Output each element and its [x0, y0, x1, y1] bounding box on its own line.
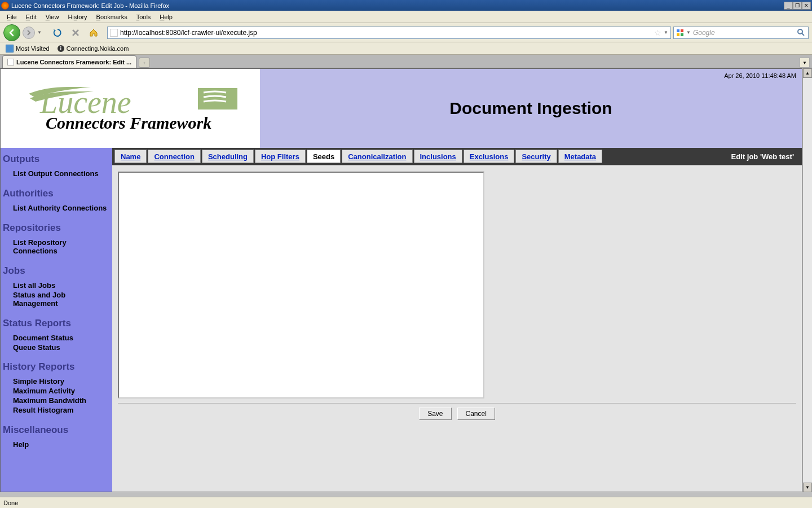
svg-rect-0: [677, 29, 679, 32]
home-button[interactable]: [89, 28, 98, 37]
arrow-left-icon: [8, 29, 16, 37]
page-title: Document Ingestion: [449, 99, 612, 118]
menu-tools[interactable]: Tools: [132, 12, 156, 21]
sidebar-heading-outputs: Outputs: [1, 150, 112, 167]
sidebar-link-result-histogram[interactable]: Result Histogram: [13, 406, 112, 415]
sidebar-link-document-status[interactable]: Document Status: [13, 334, 112, 343]
back-button[interactable]: [3, 24, 20, 41]
sidebar-link-status-and-job-management[interactable]: Status and Job Management: [13, 291, 112, 309]
tab-list-dropdown[interactable]: ▼: [800, 58, 810, 68]
menu-edit[interactable]: Edit: [21, 12, 41, 21]
browser-tab[interactable]: Lucene Connectors Framework: Edit ...: [2, 55, 136, 68]
menu-file[interactable]: File: [2, 12, 21, 21]
window-minimize-button[interactable]: _: [784, 2, 793, 10]
sidebar: Outputs List Output Connections Authorit…: [1, 148, 112, 492]
tab-security[interactable]: Security: [515, 150, 557, 163]
tab-name[interactable]: Name: [114, 150, 147, 163]
search-engine-dropdown[interactable]: ▼: [686, 30, 691, 35]
bookmark-label: Most Visited: [16, 45, 50, 52]
tab-scheduling[interactable]: Scheduling: [202, 150, 254, 163]
menu-history[interactable]: History: [63, 12, 91, 21]
sidebar-heading-jobs: Jobs: [1, 262, 112, 279]
nav-history-dropdown[interactable]: ▼: [37, 30, 43, 35]
search-submit-button[interactable]: [797, 28, 806, 37]
scroll-up-button[interactable]: ▲: [803, 68, 812, 78]
tab-inclusions[interactable]: Inclusions: [414, 150, 462, 163]
firefox-icon: [1, 2, 9, 10]
url-text[interactable]: http://localhost:8080/lcf-crawler-ui/exe…: [120, 29, 652, 37]
url-bar[interactable]: http://localhost:8080/lcf-crawler-ui/exe…: [107, 27, 671, 39]
menu-view[interactable]: View: [41, 12, 64, 21]
window-close-button[interactable]: ✕: [802, 2, 811, 10]
svg-text:Connectors Framework: Connectors Framework: [46, 113, 211, 132]
svg-rect-3: [681, 33, 683, 36]
sidebar-heading-history-reports: History Reports: [1, 358, 112, 375]
nokia-icon: i: [58, 45, 64, 52]
banner-right: Apr 26, 2010 11:48:48 AM Document Ingest…: [260, 69, 802, 148]
page-tabs: Name Connection Scheduling Hop Filters S…: [112, 148, 802, 165]
svg-point-4: [798, 29, 802, 34]
url-dropdown-icon[interactable]: ▼: [664, 30, 668, 35]
page-favicon-icon: [110, 29, 118, 37]
window-titlebar: Lucene Connectors Framework: Edit Job - …: [0, 0, 812, 11]
sidebar-link-list-repository-connections[interactable]: List Repository Connections: [13, 238, 112, 256]
cancel-button[interactable]: Cancel: [457, 408, 495, 420]
bookmarks-toolbar: Most Visited i Connecting.Nokia.com: [0, 42, 812, 55]
sidebar-link-help[interactable]: Help: [13, 440, 112, 450]
menu-help[interactable]: Help: [155, 12, 177, 21]
lucene-logo: Lucene Connectors Framework: [23, 80, 237, 137]
arrow-right-icon: [26, 30, 32, 36]
tab-metadata[interactable]: Metadata: [558, 150, 602, 163]
stop-button[interactable]: [71, 28, 80, 37]
sidebar-heading-status-reports: Status Reports: [1, 314, 112, 331]
tab-canonicalization[interactable]: Canonicalization: [342, 150, 412, 163]
search-box[interactable]: ▼ Google: [673, 27, 809, 39]
sidebar-link-queue-status[interactable]: Queue Status: [13, 343, 112, 353]
home-icon: [89, 28, 98, 37]
tab-connection[interactable]: Connection: [148, 150, 201, 163]
sidebar-link-maximum-bandwidth[interactable]: Maximum Bandwidth: [13, 396, 112, 406]
reload-icon: [53, 28, 62, 37]
status-text: Done: [3, 500, 18, 506]
tab-seeds[interactable]: Seeds: [307, 150, 341, 163]
form-area: Save Cancel: [112, 165, 802, 492]
sidebar-link-list-output-connections[interactable]: List Output Connections: [13, 169, 112, 179]
bookmark-nokia[interactable]: i Connecting.Nokia.com: [54, 44, 133, 53]
page-banner: Lucene Connectors Framework Apr 26, 2010…: [1, 69, 802, 148]
form-buttons: Save Cancel: [118, 406, 796, 424]
page-timestamp: Apr 26, 2010 11:48:48 AM: [724, 72, 796, 79]
plus-icon: ＋: [142, 60, 147, 66]
vertical-scrollbar[interactable]: ▲ ▼: [802, 68, 812, 492]
seeds-textarea[interactable]: [118, 172, 484, 398]
svg-rect-1: [681, 29, 683, 32]
bookmark-star-icon[interactable]: ☆: [654, 28, 661, 37]
magnifier-icon: [797, 28, 805, 36]
search-input[interactable]: Google: [693, 29, 795, 37]
scroll-down-button[interactable]: ▼: [803, 483, 812, 492]
logo-area: Lucene Connectors Framework: [1, 69, 260, 148]
sidebar-link-list-all-jobs[interactable]: List all Jobs: [13, 281, 112, 291]
most-visited-icon: [6, 45, 14, 52]
sidebar-link-simple-history[interactable]: Simple History: [13, 377, 112, 387]
window-maximize-button[interactable]: ❐: [793, 2, 802, 10]
browser-tab-strip: Lucene Connectors Framework: Edit ... ＋ …: [0, 55, 812, 68]
status-bar: Done: [0, 497, 812, 508]
sidebar-link-maximum-activity[interactable]: Maximum Activity: [13, 387, 112, 396]
tab-favicon-icon: [7, 59, 14, 65]
tab-exclusions[interactable]: Exclusions: [464, 150, 515, 163]
window-title: Lucene Connectors Framework: Edit Job - …: [11, 2, 784, 9]
save-button[interactable]: Save: [419, 408, 451, 420]
google-icon[interactable]: [676, 29, 684, 37]
new-tab-button[interactable]: ＋: [139, 58, 150, 68]
bookmark-most-visited[interactable]: Most Visited: [2, 43, 53, 54]
sidebar-link-list-authority-connections[interactable]: List Authority Connections: [13, 204, 112, 213]
main-layout: Outputs List Output Connections Authorit…: [1, 148, 802, 492]
bookmark-label: Connecting.Nokia.com: [67, 45, 129, 52]
menu-bookmarks[interactable]: Bookmarks: [92, 12, 132, 21]
reload-button[interactable]: [53, 28, 62, 37]
stop-icon: [72, 29, 80, 37]
tab-hop-filters[interactable]: Hop Filters: [255, 150, 306, 163]
menu-bar: File Edit View History Bookmarks Tools H…: [0, 11, 812, 23]
forward-button[interactable]: [23, 27, 35, 39]
page-content: Lucene Connectors Framework Apr 26, 2010…: [0, 68, 812, 492]
